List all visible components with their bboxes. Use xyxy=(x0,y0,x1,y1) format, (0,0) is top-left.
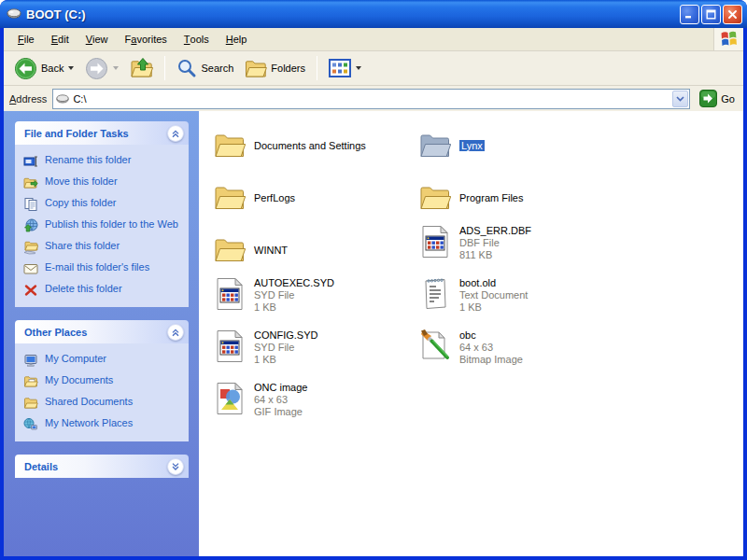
rename-icon xyxy=(23,154,38,169)
place-my-computer[interactable]: My Computer xyxy=(23,353,185,368)
bitmap-file-icon xyxy=(418,329,452,364)
close-button[interactable] xyxy=(723,5,742,24)
place-shared-documents[interactable]: Shared Documents xyxy=(23,396,185,411)
place-my-network[interactable]: My Network Places xyxy=(23,417,185,432)
menu-help[interactable]: Help xyxy=(218,28,256,50)
system-file-icon xyxy=(213,276,247,312)
folders-button[interactable]: Folders xyxy=(240,56,310,81)
go-icon xyxy=(699,90,717,107)
menu-bar: File Edit View Favorites Tools Help xyxy=(4,28,743,51)
address-input[interactable]: C:\ xyxy=(52,89,690,109)
explorer-window: BOOT (C:) File Edit View Favorites Tools… xyxy=(0,0,747,560)
file-type: Bitmap Image xyxy=(459,354,523,366)
maximize-button[interactable] xyxy=(701,5,721,24)
task-delete-folder[interactable]: Delete this folder xyxy=(23,283,185,298)
back-icon xyxy=(14,57,37,80)
file-item-program-files[interactable]: Program Files xyxy=(418,172,624,224)
file-item-documents-and-settings[interactable]: Documents and Settings xyxy=(213,119,418,172)
forward-button[interactable] xyxy=(80,54,123,83)
toolbar: Back xyxy=(4,51,743,86)
collapse-panel-button[interactable] xyxy=(167,125,184,142)
file-name: Program Files xyxy=(459,192,523,203)
go-button[interactable]: Go xyxy=(697,88,738,109)
file-name-selected: Lynx xyxy=(459,140,485,151)
search-icon xyxy=(176,58,197,78)
minimize-button[interactable] xyxy=(680,5,699,24)
file-item-obc[interactable]: obc 64 x 63 Bitmap Image xyxy=(418,329,624,381)
folders-icon xyxy=(245,59,267,78)
address-value: C:\ xyxy=(73,93,671,105)
file-type: GIF Image xyxy=(254,406,307,418)
back-label: Back xyxy=(41,63,63,74)
task-label: Move this folder xyxy=(45,175,118,188)
back-dropdown-arrow[interactable] xyxy=(68,66,74,70)
task-move-folder[interactable]: Move this folder xyxy=(23,175,185,190)
details-header[interactable]: Details xyxy=(15,455,189,478)
drive-icon xyxy=(56,92,69,105)
file-folder-tasks-header[interactable]: File and Folder Tasks xyxy=(15,121,189,145)
place-label: My Documents xyxy=(45,374,113,386)
file-item-perflogs[interactable]: PerfLogs xyxy=(213,172,418,224)
task-label: Delete this folder xyxy=(45,283,122,295)
toolbar-separator xyxy=(317,56,317,80)
maximize-icon xyxy=(706,9,716,20)
menu-file[interactable]: File xyxy=(9,28,43,50)
task-share-folder[interactable]: Share this folder xyxy=(23,240,185,255)
back-button[interactable]: Back xyxy=(9,54,78,83)
file-name: PerfLogs xyxy=(254,192,295,203)
panel-title: Other Places xyxy=(24,327,87,338)
expand-panel-button[interactable] xyxy=(167,458,184,475)
address-dropdown-button[interactable] xyxy=(672,91,688,107)
menu-view[interactable]: View xyxy=(78,28,117,50)
file-item-onc-image[interactable]: ONC image 64 x 63 GIF Image xyxy=(213,381,418,433)
place-my-documents[interactable]: My Documents xyxy=(23,374,185,389)
file-size: 1 KB xyxy=(254,354,317,366)
task-publish-folder[interactable]: Publish this folder to the Web xyxy=(23,218,185,233)
file-name: Documents and Settings xyxy=(254,140,366,151)
collapse-panel-button[interactable] xyxy=(167,324,184,341)
file-item-boot-old[interactable]: boot.old Text Document 1 KB xyxy=(418,276,624,329)
title-bar[interactable]: BOOT (C:) xyxy=(0,0,747,28)
menu-edit[interactable]: Edit xyxy=(43,28,78,50)
file-list: Documents and Settings Lynx PerfLogs xyxy=(199,111,743,556)
file-size: 1 KB xyxy=(254,301,334,314)
my-computer-icon xyxy=(23,353,38,368)
file-item-lynx[interactable]: Lynx xyxy=(418,119,624,172)
task-copy-folder[interactable]: Copy this folder xyxy=(23,197,185,212)
folder-selected-icon xyxy=(418,128,452,163)
task-label: E-mail this folder's files xyxy=(45,261,149,273)
email-icon xyxy=(23,261,38,276)
file-item-autoexec-syd[interactable]: AUTOEXEC.SYD SYD File 1 KB xyxy=(213,276,418,329)
file-dimensions: 64 x 63 xyxy=(254,394,307,406)
file-item-winnt[interactable]: WINNT xyxy=(213,224,418,276)
up-button[interactable] xyxy=(125,54,158,82)
forward-icon xyxy=(85,57,108,80)
file-name: CONFIG.SYD xyxy=(254,329,317,342)
share-folder-icon xyxy=(23,240,38,255)
folder-icon xyxy=(213,128,247,163)
place-label: My Computer xyxy=(45,353,106,365)
menu-favorites[interactable]: Favorites xyxy=(117,28,176,50)
windows-logo-icon xyxy=(713,28,743,50)
folder-icon xyxy=(213,180,247,216)
views-dropdown-arrow[interactable] xyxy=(356,66,361,70)
task-pane: File and Folder Tasks Rename xyxy=(4,111,199,556)
panel-title: Details xyxy=(24,461,58,472)
other-places-header[interactable]: Other Places xyxy=(15,320,189,343)
file-item-ads-err-dbf[interactable]: ADS_ERR.DBF DBF File 811 KB xyxy=(418,224,624,276)
task-label: Publish this folder to the Web xyxy=(45,218,178,231)
file-name: boot.old xyxy=(459,277,528,289)
task-rename-folder[interactable]: Rename this folder xyxy=(23,154,185,169)
content-area: File and Folder Tasks Rename xyxy=(4,111,743,556)
views-button[interactable] xyxy=(324,56,366,80)
task-label: Rename this folder xyxy=(45,154,131,166)
go-label: Go xyxy=(721,93,735,105)
delete-icon xyxy=(23,283,38,298)
menu-tools[interactable]: Tools xyxy=(176,28,218,50)
file-size: 1 KB xyxy=(459,301,528,314)
task-email-files[interactable]: E-mail this folder's files xyxy=(23,261,185,276)
address-label: Address xyxy=(9,93,47,105)
search-button[interactable]: Search xyxy=(172,55,238,81)
file-item-config-syd[interactable]: CONFIG.SYD SYD File 1 KB xyxy=(213,329,418,381)
place-label: My Network Places xyxy=(45,417,133,429)
